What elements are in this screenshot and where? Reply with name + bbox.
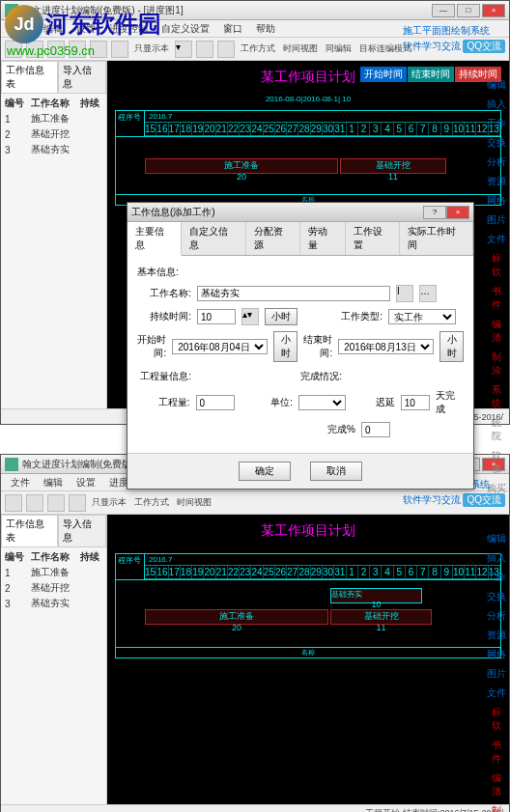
side-network[interactable]: 网络: [486, 194, 507, 208]
menu-file[interactable]: 文件: [5, 20, 36, 37]
side-file[interactable]: 文件: [486, 233, 507, 246]
link-system[interactable]: 施工平面图绘制系统: [403, 24, 505, 38]
side-swap[interactable]: 交换: [486, 136, 507, 150]
tool-copy-icon[interactable]: [111, 41, 128, 58]
btn-end-unit[interactable]: 小时: [439, 331, 464, 362]
btn-start-unit[interactable]: 小时: [273, 331, 298, 362]
select-start[interactable]: 2016年08月04日: [172, 339, 268, 354]
menu-custom[interactable]: 自定义设置: [156, 20, 215, 37]
work-list: 编号工作名称持续 1施工准备 2基础开挖 3基础夯实: [1, 94, 106, 159]
side-tag-4[interactable]: 系 统: [486, 383, 507, 410]
titlebar: 翰文进度计划编制(免费版) - [进度图1] — □ ×: [1, 1, 509, 20]
tool-open-icon[interactable]: [26, 41, 43, 58]
input-pct[interactable]: [361, 422, 390, 437]
tool-zoom-label[interactable]: 只显示本: [132, 42, 171, 55]
link-learn-2[interactable]: 软件学习交流: [403, 494, 461, 505]
menu-settings[interactable]: 设置: [71, 20, 101, 37]
tool-icon[interactable]: [26, 494, 43, 512]
work-row[interactable]: 2基础开挖: [3, 580, 104, 596]
input-duration[interactable]: [197, 309, 236, 324]
task-bar-2[interactable]: 基础开挖 11: [340, 158, 446, 174]
side-tag-1[interactable]: 书 件: [486, 285, 507, 312]
spinner-icon[interactable]: ▴▾: [241, 308, 259, 325]
menu-settings-2[interactable]: 设置: [71, 474, 101, 490]
side-tag-5[interactable]: 统 院: [486, 416, 507, 443]
label-qty: 工程量:: [137, 396, 190, 409]
input-name[interactable]: [197, 286, 390, 301]
select-type[interactable]: 实工作: [388, 309, 456, 324]
dlgtab-settings[interactable]: 工作设置: [346, 222, 400, 255]
work-row[interactable]: 2基础开挖: [3, 126, 104, 142]
side-tag-3[interactable]: 制 涂: [486, 350, 507, 378]
task-bar-3b[interactable]: 基础夯实 10: [330, 588, 422, 603]
work-row[interactable]: 1施工准备: [3, 111, 104, 126]
side-edit[interactable]: 编辑: [486, 78, 507, 92]
side-analyze[interactable]: 分析: [486, 155, 507, 169]
tool-a-icon[interactable]: [196, 41, 213, 58]
tool-view-label[interactable]: 时间视图: [281, 42, 320, 55]
gantt-canvas-2[interactable]: 某工作项目计划 程序号 2016.7 151617181920212223242…: [107, 515, 509, 804]
input-qty[interactable]: [196, 395, 235, 410]
select-unit[interactable]: [298, 395, 346, 410]
input-delay[interactable]: [401, 395, 430, 410]
tool-icon[interactable]: [5, 494, 22, 512]
side-tag-2[interactable]: 编 清: [486, 318, 507, 345]
dlgtab-resource[interactable]: 分配资源: [246, 222, 300, 255]
work-row[interactable]: 1施工准备: [3, 565, 104, 580]
col-id: 编号: [3, 96, 29, 111]
qq-badge[interactable]: QQ交流: [463, 40, 505, 53]
work-row[interactable]: 3基础夯实: [3, 142, 104, 157]
dialog-tabs: 主要信息 自定义信息 分配资源 劳动量 工作设置 实际工作时间: [128, 222, 473, 256]
col-dur: 持续: [78, 96, 104, 111]
minimize-button[interactable]: —: [432, 4, 455, 17]
qq-badge-2[interactable]: QQ交流: [463, 493, 505, 507]
tool-opt1[interactable]: 同编辑: [324, 42, 354, 55]
dialog-close-button[interactable]: ×: [446, 206, 469, 219]
link-learn[interactable]: 软件学习交流: [403, 41, 461, 51]
side-tag-6[interactable]: 软 佛: [486, 449, 507, 476]
maximize-button[interactable]: □: [457, 4, 480, 17]
ok-button[interactable]: 确定: [239, 462, 291, 481]
menu-progress[interactable]: 进度控制: [103, 20, 154, 37]
side-image[interactable]: 图片: [486, 213, 507, 227]
tool-icon[interactable]: [69, 494, 86, 512]
select-end[interactable]: 2016年08月13日: [338, 339, 434, 354]
task-bar-1b[interactable]: 施工准备 20: [145, 609, 328, 625]
cancel-button[interactable]: 取消: [310, 462, 362, 481]
menu-edit-2[interactable]: 编辑: [38, 474, 69, 490]
tool-cut-icon[interactable]: [90, 41, 107, 58]
dlgtab-actual[interactable]: 实际工作时间: [400, 222, 473, 255]
dlgtab-main[interactable]: 主要信息: [128, 222, 182, 256]
tool-print-icon[interactable]: [69, 41, 86, 58]
tool-dropdown-icon[interactable]: ▾: [175, 41, 192, 58]
name-more-icon[interactable]: …: [419, 285, 437, 302]
task-bar-2b[interactable]: 基础开挖 11: [330, 609, 432, 625]
name-picker-icon[interactable]: I: [396, 285, 413, 302]
dlgtab-labor[interactable]: 劳动量: [300, 222, 346, 255]
menu-file-2[interactable]: 文件: [5, 474, 36, 490]
tool-mode-label[interactable]: 工作方式: [239, 42, 277, 55]
side-insert[interactable]: 插入: [486, 98, 507, 111]
dialog-help-button[interactable]: ?: [423, 206, 446, 219]
tool-icon[interactable]: [47, 494, 65, 512]
tool-b-icon[interactable]: [217, 41, 235, 58]
tool-new-icon[interactable]: [5, 41, 22, 58]
tool-save-icon[interactable]: [47, 41, 65, 58]
menu-help[interactable]: 帮助: [250, 20, 281, 37]
tab-import-2[interactable]: 导入信息: [58, 515, 106, 547]
menu-window[interactable]: 窗口: [217, 20, 248, 37]
dlgtab-custom[interactable]: 自定义信息: [182, 222, 245, 255]
tab-import[interactable]: 导入信息: [58, 61, 106, 94]
tab-worklist[interactable]: 工作信息表: [1, 61, 58, 94]
tab-worklist-2[interactable]: 工作信息表: [1, 515, 58, 547]
label-type: 工作类型:: [328, 310, 382, 323]
btn-duration-unit[interactable]: 小时: [265, 308, 298, 325]
side-work[interactable]: 工作: [486, 117, 507, 130]
legend-end: 结束时间: [408, 67, 454, 82]
work-row[interactable]: 3基础夯实: [3, 596, 104, 611]
side-tag-0[interactable]: 标 软: [486, 252, 507, 279]
task-bar-1[interactable]: 施工准备 20: [145, 158, 338, 174]
menu-edit[interactable]: 编辑: [38, 20, 69, 37]
side-resource[interactable]: 资源: [486, 175, 507, 188]
close-button[interactable]: ×: [482, 4, 505, 17]
